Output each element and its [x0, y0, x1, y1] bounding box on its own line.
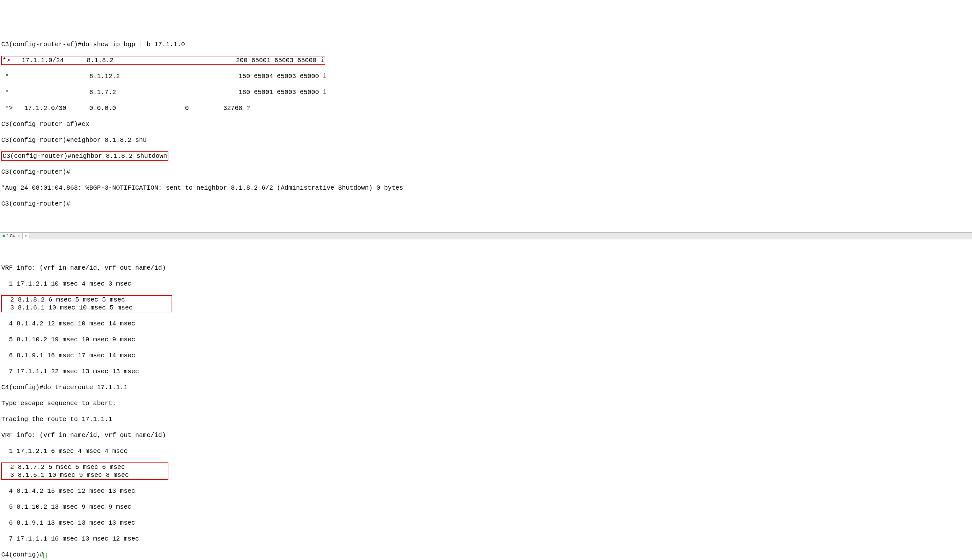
cli-line-highlight: C3(config-router)#neighbor 8.1.8.2 shutd…	[1, 152, 971, 160]
terminal-pane-top[interactable]: C3(config-router-af)#do show ip bgp | b …	[0, 32, 972, 217]
close-icon[interactable]: ×	[16, 233, 20, 238]
trace-hop: 4 8.1.4.2 12 msec 10 msec 14 msec	[1, 320, 971, 328]
box-padding	[133, 304, 171, 312]
cli-line: C3(config-router-af)#ex	[1, 120, 971, 128]
trace-hop: 5 8.1.10.2 13 msec 9 msec 9 msec	[1, 503, 971, 511]
trace-hop-highlight: 2 8.1.7.2 5 msec 5 msec 6 msec 3 8.1.5.1…	[1, 463, 971, 479]
bgp-route: * 8.1.7.2 180 65001 65003 65000 i	[1, 88, 971, 96]
cli-line: C4(config)#do traceroute 17.1.1.1	[1, 383, 971, 392]
cli-line: C3(config-router)#neighbor 8.1.8.2 shu	[1, 136, 971, 144]
trace-hop: 5 8.1.10.2 19 msec 19 msec 9 msec	[1, 336, 971, 343]
box-padding	[129, 472, 167, 479]
log-line: *Aug 24 08:01:04.868: %BGP-3-NOTIFICATIO…	[1, 184, 971, 192]
trace-hop: 4 8.1.4.2 15 msec 12 msec 13 msec	[1, 487, 971, 495]
vrf-info: VRF info: (vrf in name/id, vrf out name/…	[1, 431, 971, 439]
tab-session-c4[interactable]: 1 C4 ×	[0, 233, 23, 239]
trace-hop-text: 3 8.1.6.1 10 msec 10 msec 5 msec	[3, 304, 133, 312]
tab-bar: 1 C4 × +	[0, 232, 972, 239]
tab-label: 1 C4	[7, 233, 15, 238]
cli-line: C3(config-router-af)#do show ip bgp | b …	[1, 40, 971, 48]
box-padding	[125, 296, 163, 303]
highlight-box: 2 8.1.8.2 6 msec 5 msec 5 msec 3 8.1.6.1…	[1, 295, 172, 312]
abort-line: Type escape sequence to abort.	[1, 399, 971, 407]
terminal-pane-bottom[interactable]: VRF info: (vrf in name/id, vrf out name/…	[0, 255, 972, 560]
cursor-icon	[43, 553, 47, 558]
prompt-text: C4(config)#	[1, 551, 43, 558]
highlight-box: C3(config-router)#neighbor 8.1.8.2 shutd…	[1, 152, 169, 161]
trace-hop: 1 17.1.2.1 6 msec 4 msec 4 msec	[1, 447, 971, 455]
trace-hop-text: 3 8.1.5.1 10 msec 9 msec 8 msec	[3, 472, 129, 479]
box-padding	[125, 463, 163, 471]
cli-line: C3(config-router)#	[1, 168, 971, 176]
trace-hop-text: 2 8.1.7.2 5 msec 5 msec 6 msec	[3, 463, 125, 471]
trace-hop-highlight: 2 8.1.8.2 6 msec 5 msec 5 msec 3 8.1.6.1…	[1, 296, 971, 312]
trace-hop: 1 17.1.2.1 10 msec 4 msec 3 msec	[1, 280, 971, 288]
bgp-route: * 8.1.12.2 150 65004 65003 65000 i	[1, 72, 971, 80]
tracing-line: Tracing the route to 17.1.1.1	[1, 415, 971, 423]
status-dot-icon	[3, 235, 5, 237]
trace-hop: 6 8.1.9.1 16 msec 17 msec 14 msec	[1, 352, 971, 360]
trace-hop: 6 8.1.9.1 13 msec 13 msec 13 msec	[1, 519, 971, 527]
trace-hop: 7 17.1.1.1 22 msec 13 msec 13 msec	[1, 367, 971, 375]
highlight-box: *> 17.1.1.0/24 8.1.8.2 200 65001 65003 6…	[1, 56, 325, 65]
add-tab-button[interactable]: +	[23, 233, 29, 239]
trace-hop-text: 2 8.1.8.2 6 msec 5 msec 5 msec	[3, 296, 125, 303]
bgp-route: *> 17.1.2.0/30 0.0.0.0 0 32768 ?	[1, 104, 971, 112]
cli-prompt: C4(config)#	[1, 551, 971, 559]
highlight-box: 2 8.1.7.2 5 msec 5 msec 6 msec 3 8.1.5.1…	[1, 462, 169, 480]
bgp-route-highlight: *> 17.1.1.0/24 8.1.8.2 200 65001 65003 6…	[1, 57, 971, 64]
vrf-info: VRF info: (vrf in name/id, vrf out name/…	[1, 264, 971, 272]
trace-hop: 7 17.1.1.1 16 msec 13 msec 12 msec	[1, 535, 971, 543]
cli-line: C3(config-router)#	[1, 200, 971, 208]
